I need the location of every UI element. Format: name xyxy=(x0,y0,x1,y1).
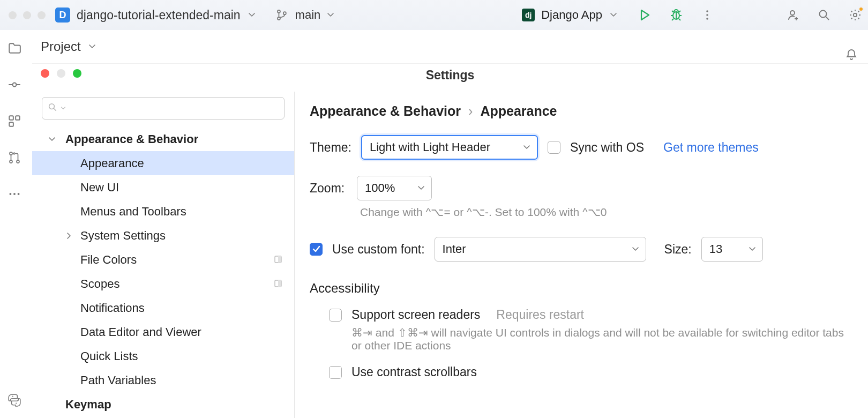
custom-font-checkbox[interactable] xyxy=(310,243,323,256)
nav-item-label: Notifications xyxy=(80,301,145,315)
run-config-selector[interactable]: dj Django App xyxy=(522,8,618,22)
nav-scopes[interactable]: Scopes xyxy=(32,272,294,296)
run-config-dropdown-icon xyxy=(609,11,618,19)
project-icon: D xyxy=(55,8,70,23)
nav-file-colors[interactable]: File Colors xyxy=(32,248,294,272)
nav-item-label: Path Variables xyxy=(80,374,156,387)
font-size-input[interactable]: 13 xyxy=(701,237,763,262)
settings-dialog: Settings Appearance & Behavior Appearanc… xyxy=(32,63,868,418)
requires-restart-label: Requires restart xyxy=(496,308,584,322)
project-level-icon xyxy=(274,253,282,267)
chevron-down-icon xyxy=(632,242,639,256)
breadcrumb: Appearance & Behavior › Appearance xyxy=(310,103,853,119)
search-everywhere-button[interactable] xyxy=(817,8,832,23)
project-tool-button[interactable] xyxy=(7,41,22,56)
chevron-down-icon xyxy=(417,181,425,195)
zoom-value: 100% xyxy=(365,181,395,195)
get-more-themes-link[interactable]: Get more themes xyxy=(663,140,759,155)
nav-header-label: Appearance & Behavior xyxy=(65,132,198,146)
search-history-dropdown-icon[interactable] xyxy=(61,103,66,113)
nav-item-label: Data Editor and Viewer xyxy=(80,325,201,339)
window-traffic-lights xyxy=(5,11,49,19)
breadcrumb-leaf: Appearance xyxy=(480,103,557,119)
nav-notifications[interactable]: Notifications xyxy=(32,296,294,320)
nav-item-label: Appearance xyxy=(80,156,144,170)
nav-item-label: Scopes xyxy=(80,277,119,291)
branch-icon xyxy=(275,8,290,23)
more-actions-button[interactable] xyxy=(700,8,715,23)
toolbar-actions xyxy=(638,8,715,23)
debug-button[interactable] xyxy=(669,8,684,23)
custom-font-label[interactable]: Use custom font: xyxy=(332,242,425,257)
project-pane-title[interactable]: Project xyxy=(41,39,81,54)
chevron-down-icon xyxy=(523,140,530,154)
accessibility-heading: Accessibility xyxy=(310,281,853,296)
theme-label: Theme: xyxy=(310,140,351,155)
branch-name: main xyxy=(295,8,321,22)
settings-content-panel: Appearance & Behavior › Appearance Theme… xyxy=(295,92,868,418)
traffic-max-icon[interactable] xyxy=(38,11,46,19)
main-toolbar: D django-tutorial-extended-main main dj … xyxy=(0,0,868,30)
project-dropdown-icon[interactable] xyxy=(247,11,257,19)
notifications-button[interactable] xyxy=(844,47,859,62)
font-value: Inter xyxy=(443,242,466,256)
chevron-down-icon xyxy=(749,242,756,256)
sync-os-label[interactable]: Sync with OS xyxy=(570,140,644,155)
chevron-right-icon xyxy=(65,229,73,243)
more-tools-button[interactable] xyxy=(7,186,22,201)
traffic-min-icon[interactable] xyxy=(23,11,31,19)
ide-settings-button[interactable] xyxy=(848,8,863,23)
settings-update-dot-icon xyxy=(858,6,864,12)
left-tool-strip xyxy=(0,30,29,418)
nav-data-editor[interactable]: Data Editor and Viewer xyxy=(32,320,294,344)
nav-path-variables[interactable]: Path Variables xyxy=(32,368,294,392)
nav-menus-toolbars[interactable]: Menus and Toolbars xyxy=(32,199,294,223)
screen-readers-hint: ⌘⇥ and ⇧⌘⇥ will navigate UI controls in … xyxy=(351,326,853,352)
breadcrumb-sep-icon: › xyxy=(468,103,473,119)
chevron-down-icon xyxy=(48,132,56,146)
pull-requests-tool-button[interactable] xyxy=(7,150,22,165)
project-name[interactable]: django-tutorial-extended-main xyxy=(77,8,241,23)
branch-dropdown-icon xyxy=(326,11,335,19)
project-level-icon xyxy=(274,277,282,291)
run-button[interactable] xyxy=(638,8,653,23)
breadcrumb-root[interactable]: Appearance & Behavior xyxy=(310,103,461,119)
font-size-label: Size: xyxy=(664,242,692,257)
nav-item-label: New UI xyxy=(80,181,119,195)
screen-readers-label[interactable]: Support screen readers xyxy=(351,308,480,322)
settings-search-input[interactable] xyxy=(42,97,285,120)
search-icon xyxy=(48,102,57,114)
git-branch-widget[interactable]: main xyxy=(275,8,336,23)
nav-new-ui[interactable]: New UI xyxy=(32,175,294,199)
nav-quick-lists[interactable]: Quick Lists xyxy=(32,344,294,368)
nav-item-label: Keymap xyxy=(65,398,111,412)
python-console-button[interactable] xyxy=(7,392,22,407)
nav-item-label: System Settings xyxy=(80,229,166,243)
project-pane-dropdown-icon[interactable] xyxy=(87,43,97,50)
nav-item-label: File Colors xyxy=(80,253,137,267)
nav-system-settings[interactable]: System Settings xyxy=(32,223,294,248)
sync-os-checkbox[interactable] xyxy=(548,141,560,154)
nav-keymap[interactable]: Keymap xyxy=(32,392,294,416)
zoom-label: Zoom: xyxy=(310,181,347,196)
contrast-scrollbars-checkbox[interactable] xyxy=(329,366,342,379)
zoom-select[interactable]: 100% xyxy=(357,176,432,200)
nav-appearance[interactable]: Appearance xyxy=(32,151,294,175)
font-select[interactable]: Inter xyxy=(435,237,646,262)
nav-item-label: Menus and Toolbars xyxy=(80,205,186,219)
run-config-name: Django App xyxy=(541,8,602,22)
dialog-title: Settings xyxy=(32,68,868,83)
contrast-scrollbars-label[interactable]: Use contrast scrollbars xyxy=(351,365,477,379)
toolbar-right xyxy=(785,8,863,23)
screen-readers-checkbox[interactable] xyxy=(329,309,342,322)
font-size-value: 13 xyxy=(709,242,722,256)
structure-tool-button[interactable] xyxy=(7,114,22,129)
nav-appearance-behavior[interactable]: Appearance & Behavior xyxy=(32,127,294,151)
settings-tree: Appearance & Behavior Appearance New UI … xyxy=(32,92,295,418)
theme-select[interactable]: Light with Light Header xyxy=(361,135,538,160)
traffic-close-icon[interactable] xyxy=(9,11,17,19)
django-icon: dj xyxy=(522,9,535,21)
commit-tool-button[interactable] xyxy=(7,77,22,92)
code-with-me-button[interactable] xyxy=(785,8,800,23)
theme-value: Light with Light Header xyxy=(370,140,490,154)
